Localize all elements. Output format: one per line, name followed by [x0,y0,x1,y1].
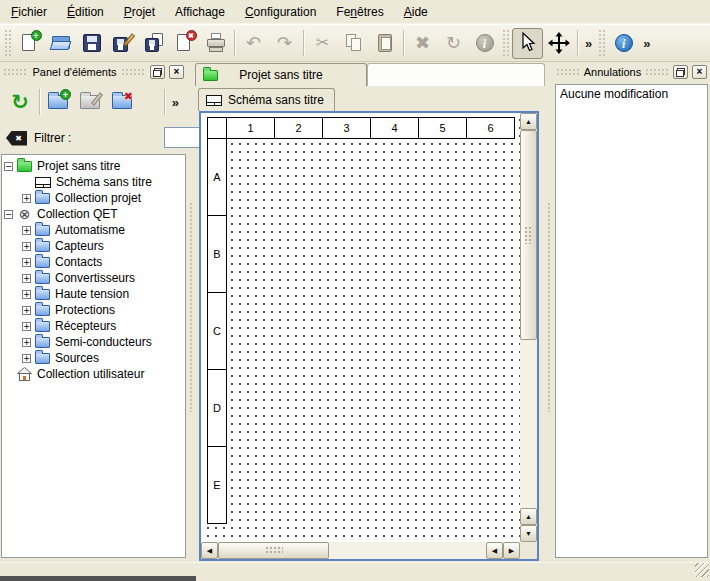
qet-collection-icon: ⊗ [17,207,32,221]
folder-icon [35,257,50,268]
menu-edition[interactable]: Édition [60,2,111,22]
save-as-button[interactable] [107,28,138,59]
tree-item-collection-utilisateur[interactable]: Collection utilisateur [2,366,185,382]
scroll-up-button[interactable]: ▲ [520,113,537,130]
page-new-icon: + [19,32,41,54]
corner-cell [207,117,227,139]
expander-icon[interactable]: + [22,306,31,315]
scroll-down-button[interactable]: ▼ [520,525,537,542]
undo-list: Aucune modification [555,84,708,558]
scrollbar-corner [520,542,537,559]
toolbar-handle[interactable] [4,29,12,57]
close-file-button[interactable]: ✖ [169,28,200,59]
cut-icon: ✂ [312,32,334,54]
toolbar-separator [303,30,304,56]
column-header-5: 5 [418,117,467,139]
right-splitter[interactable] [545,62,553,562]
horizontal-scroll-thumb[interactable] [218,542,329,559]
expander-icon[interactable]: + [22,274,31,283]
open-file-button[interactable] [45,28,76,59]
tree-item-protections[interactable]: +Protections [2,302,185,318]
visualisation-mode-button[interactable] [543,28,574,59]
selection-mode-button[interactable] [512,28,543,59]
expander-icon[interactable]: − [4,162,13,171]
menu-projet[interactable]: Projet [117,2,162,22]
folder-icon [35,225,50,236]
tree-item-label: Collection projet [55,191,141,205]
new-document-button[interactable]: + [14,28,45,59]
tree-item-projet-sans-titre[interactable]: −Projet sans titre [2,158,185,174]
toolbar-overflow-button[interactable]: » [168,95,183,110]
menu-fichier[interactable]: Fichier [4,2,54,22]
float-panel-button[interactable] [673,65,688,79]
clear-filter-icon[interactable]: ✖ [6,131,27,146]
menu-affichage[interactable]: Affichage [168,2,232,22]
cursor-icon [517,32,539,54]
close-panel-button[interactable]: × [169,65,184,79]
menu-fenetres[interactable]: Fenêtres [329,2,390,22]
scroll-left-button[interactable]: ◀ [201,542,218,559]
expander-icon[interactable]: + [22,338,31,347]
tree-item-semi-conducteurs[interactable]: +Semi-conducteurs [2,334,185,350]
menu-configuration[interactable]: Configuration [238,2,323,22]
mdi-area: Projet sans titre Schéma sans titre 1234… [195,62,545,562]
delete-category-button[interactable]: ✖ [107,86,139,118]
save-all-button[interactable] [138,28,169,59]
tree-item-contacts[interactable]: +Contacts [2,254,185,270]
move-icon [548,32,570,54]
tree-item-convertisseurs[interactable]: +Convertisseurs [2,270,185,286]
tree-item-collection-projet[interactable]: +Collection projet [2,190,185,206]
diagram-canvas[interactable]: 123456 ABCDE [201,113,520,542]
vertical-scrollbar[interactable]: ▲ ▲ ▼ [520,113,537,542]
toolbar-overflow-button[interactable]: » [639,36,654,51]
size-grip[interactable] [695,563,709,577]
close-panel-button[interactable]: × [692,65,707,79]
tab-schema[interactable]: Schéma sans titre [198,88,335,111]
schema-icon [206,95,222,106]
collections-tree: −Projet sans titreSchéma sans titre+Coll… [1,154,186,558]
new-category-button[interactable]: + [43,86,75,118]
left-splitter[interactable] [187,62,195,562]
tree-item-collection-qet[interactable]: −⊗Collection QET [2,206,185,222]
toolbar-handle[interactable] [598,29,606,57]
vertical-scroll-thumb[interactable] [520,130,537,340]
tree-item-schema-sans-titre[interactable]: Schéma sans titre [2,174,185,190]
tree-item-automatisme[interactable]: +Automatisme [2,222,185,238]
diagram-view: 123456 ABCDE ▲ ▲ ▼ ◀ ◀ ▶ [199,111,539,561]
toolbar-separator [234,30,235,56]
save-button[interactable] [76,28,107,59]
toolbar-handle[interactable] [502,29,510,57]
row-header-c: C [207,292,227,370]
tree-item-recepteurs[interactable]: +Récepteurs [2,318,185,334]
left-arrow-icon: ◀ [207,547,212,554]
expander-icon[interactable]: + [22,226,31,235]
expander-icon[interactable]: − [4,210,13,219]
expander-icon[interactable]: + [22,242,31,251]
scroll-left-button-2[interactable]: ◀ [486,542,503,559]
horizontal-scrollbar[interactable]: ◀ ◀ ▶ [201,542,520,559]
tree-item-label: Collection QET [37,207,118,221]
tab-project[interactable]: Projet sans titre [195,63,367,86]
redo-button: ↷ [269,28,300,59]
undo-list-item[interactable]: Aucune modification [556,85,707,103]
toolbar-separator [39,89,40,115]
scroll-up-button-2[interactable]: ▲ [520,508,537,525]
about-qet-button[interactable]: i [608,28,639,59]
menu-aide[interactable]: Aide [397,2,435,22]
expander-icon[interactable]: + [22,258,31,267]
tree-item-capteurs[interactable]: +Capteurs [2,238,185,254]
reload-collections-button[interactable]: ↻ [4,86,36,118]
toolbar-overflow-button[interactable]: » [581,36,596,51]
expander-icon[interactable]: + [22,354,31,363]
float-panel-button[interactable] [150,65,165,79]
print-button[interactable] [200,28,231,59]
expander-icon[interactable]: + [22,290,31,299]
paste-icon [374,32,396,54]
scroll-right-button[interactable]: ▶ [503,542,520,559]
row-header-a: A [207,138,227,216]
undo-panel-header: Annulations × [553,62,710,82]
expander-icon[interactable]: + [22,194,31,203]
tree-item-sources[interactable]: +Sources [2,350,185,366]
tree-item-haute-tension[interactable]: +Haute tension [2,286,185,302]
expander-icon[interactable]: + [22,322,31,331]
